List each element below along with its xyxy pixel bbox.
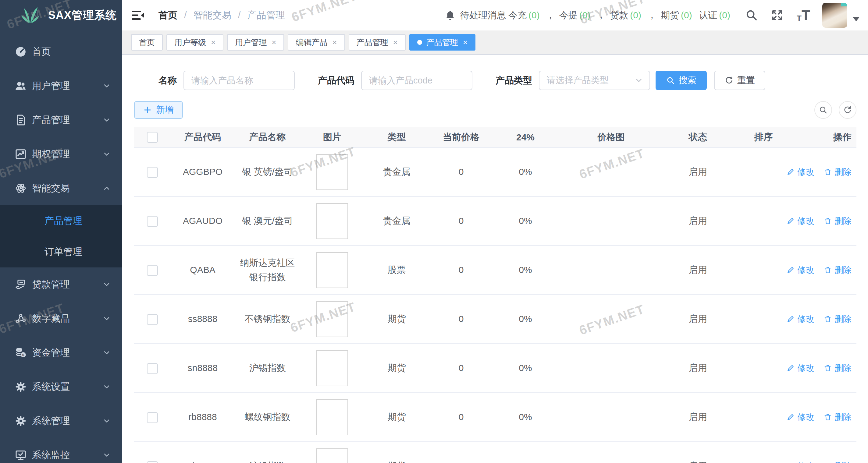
tab-product-mgmt[interactable]: 产品管理 ×	[349, 34, 406, 51]
chevron-down-icon	[634, 76, 643, 85]
edit-link[interactable]: 修改	[786, 214, 814, 228]
close-icon[interactable]: ×	[463, 38, 467, 46]
delete-link[interactable]: 删除	[824, 312, 851, 326]
cell-price: 0	[429, 196, 493, 245]
sidebar-item-funds[interactable]: $ 资金管理	[0, 336, 122, 370]
font-size-icon[interactable]: TT	[797, 8, 810, 22]
row-checkbox[interactable]	[147, 412, 158, 423]
row-checkbox[interactable]	[147, 461, 158, 463]
sidebar-item-option-mgmt[interactable]: 期权管理	[0, 137, 122, 171]
delete-link[interactable]: 删除	[824, 214, 851, 228]
close-icon[interactable]: ×	[332, 38, 337, 46]
sidebar-collapse-button[interactable]	[131, 9, 145, 21]
edit-link[interactable]: 修改	[786, 460, 814, 463]
sidebar-item-sys-settings[interactable]: 系统设置	[0, 370, 122, 404]
bell-icon[interactable]	[444, 9, 456, 21]
code-input[interactable]	[361, 71, 472, 90]
add-button[interactable]: 新增	[134, 101, 183, 119]
cell-name: 银 英镑/盎司	[235, 147, 300, 196]
notif-prefix: 待处理消息	[460, 9, 506, 22]
submenu-item-label: 订单管理	[44, 245, 82, 258]
sidebar-item-home[interactable]: 首页	[0, 35, 122, 69]
delete-link[interactable]: 删除	[824, 263, 851, 276]
cell-price-chart	[558, 295, 664, 343]
sidebar-item-user-mgmt[interactable]: 用户管理	[0, 69, 122, 103]
search-icon[interactable]	[745, 9, 758, 21]
breadcrumb-item[interactable]: 产品管理	[247, 9, 285, 22]
cell-code: QABA	[171, 245, 235, 295]
type-select[interactable]: 请选择产品类型	[539, 71, 650, 90]
table-refresh-button[interactable]	[839, 101, 857, 119]
sidebar-item-label: 期权管理	[32, 148, 102, 161]
table-search-toggle-button[interactable]	[814, 101, 832, 119]
cell-type: 贵金属	[364, 196, 429, 245]
cell-sort	[732, 295, 796, 343]
name-input[interactable]	[184, 71, 295, 90]
type-label: 产品类型	[496, 74, 532, 87]
cell-price: 0	[429, 147, 493, 196]
cell-sort	[732, 343, 796, 393]
row-checkbox[interactable]	[147, 363, 158, 374]
tab-user-mgmt[interactable]: 用户管理 ×	[227, 34, 284, 51]
fullscreen-icon[interactable]	[771, 9, 783, 21]
tab-product-mgmt-active[interactable]: 产品管理 ×	[409, 34, 475, 51]
select-all-checkbox[interactable]	[147, 132, 158, 143]
column-header: 产品代码	[171, 127, 235, 147]
cell-pct: 0%	[493, 196, 558, 245]
delete-link[interactable]: 删除	[824, 460, 851, 463]
close-icon[interactable]: ×	[393, 38, 398, 46]
document-icon	[14, 114, 28, 126]
sidebar: SAX管理系统 首页 用户管理 产品管理	[0, 0, 122, 463]
product-image-placeholder	[316, 350, 348, 386]
tab-user-level[interactable]: 用户等级 ×	[166, 34, 223, 51]
tab-label: 产品管理	[356, 37, 388, 48]
column-header: 24%	[493, 127, 558, 147]
row-checkbox[interactable]	[147, 167, 158, 178]
pending-messages[interactable]: 待处理消息 今充(0)，今提(0)，贷款(0)，期货(0) 认证(0)	[460, 9, 732, 22]
chevron-up-icon	[102, 184, 111, 193]
row-checkbox[interactable]	[147, 216, 158, 227]
sidebar-item-sys-mgmt[interactable]: 系统管理	[0, 404, 122, 438]
sidebar-item-loan-mgmt[interactable]: 贷款管理	[0, 267, 122, 302]
search-button[interactable]: 搜索	[656, 71, 707, 90]
edit-link[interactable]: 修改	[786, 263, 814, 276]
close-icon[interactable]: ×	[211, 38, 215, 46]
edit-link[interactable]: 修改	[786, 165, 814, 178]
column-header: 排序	[732, 127, 796, 147]
delete-link[interactable]: 删除	[824, 410, 851, 424]
submenu-item-order-mgmt[interactable]: 订单管理	[0, 236, 122, 267]
submenu-item-product-mgmt[interactable]: 产品管理	[0, 205, 122, 236]
reset-button[interactable]: 重置	[714, 71, 765, 90]
sidebar-item-label: 首页	[32, 45, 111, 58]
edit-link[interactable]: 修改	[786, 410, 814, 424]
breadcrumb-item[interactable]: 首页	[158, 9, 177, 22]
sidebar-item-product-mgmt[interactable]: 产品管理	[0, 103, 122, 137]
row-checkbox[interactable]	[147, 314, 158, 325]
cell-status: 启用	[664, 393, 732, 442]
filter-code-group: 产品代码	[318, 71, 472, 90]
user-menu[interactable]	[822, 3, 860, 28]
page-content: 名称 产品代码 产品类型 请选择产品类型 搜索 重置	[122, 55, 868, 463]
close-icon[interactable]: ×	[272, 38, 276, 46]
chart-icon	[14, 148, 28, 160]
edit-link[interactable]: 修改	[786, 362, 814, 375]
cell-pct: 0%	[493, 343, 558, 393]
delete-link[interactable]: 删除	[824, 362, 851, 375]
cell-price-chart	[558, 196, 664, 245]
sidebar-item-label: 用户管理	[32, 79, 102, 92]
breadcrumb-item[interactable]: 智能交易	[193, 9, 231, 22]
sidebar-item-nft[interactable]: 数字藏品	[0, 302, 122, 336]
row-checkbox[interactable]	[147, 265, 158, 276]
avatar[interactable]	[822, 3, 847, 28]
gear-icon	[14, 381, 28, 393]
chevron-down-icon	[102, 150, 111, 158]
edit-link[interactable]: 修改	[786, 312, 814, 326]
gear-icon	[14, 415, 28, 427]
sidebar-item-smart-trade[interactable]: 智能交易	[0, 171, 122, 205]
tab-home[interactable]: 首页	[131, 34, 163, 51]
delete-link[interactable]: 删除	[824, 165, 851, 178]
trash-icon	[824, 364, 832, 372]
main-area: 首页 / 智能交易 / 产品管理 待处理消息 今充(0)，今提(0)，贷款(0)…	[122, 0, 868, 463]
sidebar-item-sys-monitor[interactable]: 系统监控	[0, 438, 122, 463]
tab-edit-product[interactable]: 编辑产品 ×	[288, 34, 345, 51]
